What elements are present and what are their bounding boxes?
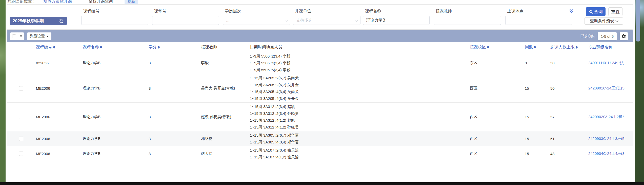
chevron-down-icon (615, 19, 618, 22)
schedule-line: 1~15周 3A305 :4(3,4) 邓华夏 (250, 139, 299, 145)
breadcrumb-current: 全校开课查询 (89, 0, 113, 4)
semester-switch-button[interactable]: 2025年秋季学期 (10, 17, 67, 25)
row-checkbox-cell (7, 131, 34, 146)
search-icon (589, 10, 593, 14)
table-body: 022056理论力学B3李毅1~9周 5506 :2(3,4) 李毅1~9周 5… (7, 52, 633, 161)
pagination-button[interactable]: 1-5 of 5 (598, 32, 617, 40)
cell-class-name: 2420901C-24工1班(5 (587, 74, 633, 102)
cell-limit: 51 (549, 131, 587, 146)
semester-label: 2025年秋季学期 (13, 18, 44, 24)
cell-class-name: 24001LH01U-24中法 (587, 52, 633, 74)
field-label: 学历层次 (225, 8, 290, 14)
select-menu-caret-icon[interactable] (18, 35, 24, 37)
filter-field-class-no: 课堂号 (152, 8, 219, 25)
cell-credits: 3 (147, 52, 199, 74)
cell-credits: 3 (147, 103, 199, 131)
cell-weeks: 9 (523, 52, 549, 74)
column-header[interactable]: 课程编号 (34, 45, 81, 50)
sort-icon[interactable] (53, 46, 55, 49)
table-row: ME2006理论力学B3邓华夏1~15周 3A305 :2(6,7) 邓华夏1~… (7, 131, 633, 146)
location-input[interactable] (505, 16, 572, 25)
column-settings-label: 列显设置 (30, 34, 45, 39)
cell-weeks: 15 (523, 131, 549, 146)
refresh-button[interactable]: 刷新 (125, 0, 138, 4)
class-name-link[interactable]: 2420902C*-24工2班* (588, 115, 624, 119)
class-no-input[interactable] (152, 16, 219, 25)
cell-credits: 3 (147, 146, 199, 161)
cell-teacher: 骆天治 (199, 146, 248, 161)
preset-conditions-button[interactable]: 查询条件预设 (585, 17, 623, 25)
sort-icon[interactable] (100, 46, 102, 49)
field-label: 授课教师 (436, 8, 501, 14)
cell-campus: 西区 (468, 146, 523, 161)
sort-icon[interactable] (487, 46, 489, 49)
field-label: 上课地点 (507, 8, 572, 14)
breadcrumb-link[interactable]: 培养方案级开课 (44, 0, 72, 4)
class-name-link[interactable]: 2420903C-24工3班(5 (588, 136, 625, 141)
cell-course-no: ME2006 (34, 74, 81, 102)
cell-limit: 50 (549, 74, 587, 102)
row-checkbox-cell (7, 74, 34, 102)
select-all-split-button[interactable] (10, 32, 24, 40)
column-header[interactable]: 周数 (523, 45, 549, 50)
cell-weeks: 15 (523, 74, 549, 102)
row-checkbox[interactable] (19, 86, 23, 90)
column-header[interactable]: 选课人数上限 (549, 45, 587, 50)
column-header[interactable]: 授课校区 (468, 45, 523, 50)
sort-icon[interactable] (158, 46, 160, 49)
degree-level-select[interactable] (223, 16, 290, 25)
row-checkbox[interactable] (19, 115, 23, 119)
row-checkbox-cell (7, 146, 34, 161)
offering-unit-select[interactable] (293, 16, 360, 25)
cell-teacher: 赵凯,孙晓昊(青教) (199, 103, 248, 131)
cell-schedule: 1~15周 3A305 :2(6,7) 邓华夏1~15周 3A305 :4(3,… (248, 131, 468, 146)
reset-button[interactable]: 重置 (608, 7, 622, 16)
select-all-checkbox[interactable] (12, 34, 16, 38)
row-checkbox[interactable] (19, 61, 23, 65)
sort-icon[interactable] (576, 46, 578, 49)
cell-weeks: 15 (523, 146, 549, 161)
row-checkbox[interactable] (19, 137, 23, 141)
filter-field-location: 上课地点 (505, 8, 572, 25)
expand-filters-icon[interactable] (569, 8, 573, 13)
table-row: ME2006理论力学B3骆天治1~15周 3A107 :2(3,4) 骆天治1~… (7, 146, 633, 161)
column-header-label: 学分 (149, 45, 157, 50)
teacher-input[interactable] (434, 16, 501, 25)
course-name-input[interactable] (363, 16, 430, 25)
selected-count-text: 已选0条 (580, 34, 595, 39)
class-name-link[interactable]: 2420901C-24工1班(5 (588, 86, 625, 91)
table-header-row: 课程编号课程名称学分授课教师日期时间地点人员授课校区周数选课人数上限专业班级名称 (7, 42, 633, 52)
schedule-line: 1~15周 3A205 :2(6,7) 吴开金 (250, 81, 299, 88)
class-name-link[interactable]: 2420904C-24工4班(3 (588, 151, 625, 156)
filter-field-course-name: 课程名称 (363, 8, 430, 25)
row-checkbox[interactable] (19, 152, 23, 156)
cell-teacher: 邓华夏 (199, 131, 248, 146)
cell-limit: 50 (549, 52, 587, 74)
column-header: 专业班级名称 (587, 45, 633, 50)
search-button[interactable]: 查询 (586, 7, 606, 16)
sort-icon[interactable] (534, 46, 536, 49)
column-header[interactable]: 学分 (147, 45, 199, 50)
column-header-label: 授课校区 (470, 45, 486, 50)
cell-course-no: ME2006 (34, 103, 81, 131)
cell-teacher: 吴尚犬,吴开金(青教) (199, 74, 248, 102)
cell-schedule: 1~15周 3A205 :2(6,7) 吴尚犬1~15周 3A205 :2(6,… (248, 74, 468, 102)
field-label: 课程名称 (365, 8, 430, 14)
cell-campus: 东区 (468, 52, 523, 74)
column-header[interactable]: 课程名称 (81, 45, 147, 50)
field-label: 开课单位 (295, 8, 360, 14)
schedule-line: 1~15周 3A312 :4(1,2) 赵凯 (250, 117, 295, 124)
caret-down-icon (46, 36, 49, 37)
cell-campus: 西区 (468, 103, 523, 131)
schedule-line: 1~15周 3A205 :2(6,7) 吴尚犬 (250, 75, 299, 81)
scrollbar-thumb[interactable] (636, 0, 640, 42)
cell-course-name: 理论力学B (81, 103, 147, 131)
table-settings-button[interactable] (620, 32, 628, 40)
course-no-input[interactable] (81, 16, 148, 25)
cell-schedule: 1~15周 3A107 :2(3,4) 骆天治1~15周 3A107 :4(1,… (248, 146, 468, 161)
class-name-link[interactable]: 24001LH01U-24中法 (588, 61, 624, 65)
cell-weeks: 15 (523, 103, 549, 131)
column-header-label: 课程编号 (36, 45, 52, 50)
column-settings-button[interactable]: 列显设置 (27, 32, 51, 40)
cell-course-name: 理论力学B (81, 74, 147, 102)
